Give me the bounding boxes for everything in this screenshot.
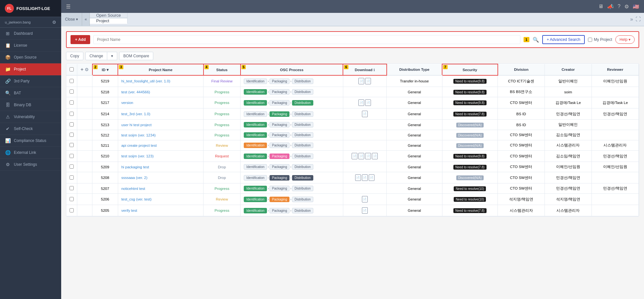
distribution-btn[interactable]: Distribution <box>292 122 313 127</box>
sidebar-item-compliance-status[interactable]: 📊Compliance Status <box>0 135 61 147</box>
search-input[interactable] <box>93 35 520 44</box>
download-icon[interactable]: 📄 <box>362 207 368 214</box>
identification-btn[interactable]: Identification <box>244 132 267 138</box>
notifications-icon[interactable]: 🖥 <box>598 4 603 9</box>
identification-btn[interactable]: Identification <box>244 100 267 106</box>
identification-btn[interactable]: Identification <box>244 89 267 95</box>
distribution-btn[interactable]: Distribution <box>292 186 313 191</box>
change-button[interactable]: Change <box>85 52 107 60</box>
row-select-checkbox[interactable] <box>70 100 74 105</box>
packaging-btn[interactable]: Packaging <box>270 197 290 202</box>
project-name-link[interactable]: test_csg (ver. test) <box>121 197 152 201</box>
sidebar-item-dashboard[interactable]: ⊞Dashboard <box>0 28 61 40</box>
user-settings-icon[interactable]: ⚙ <box>52 20 56 25</box>
distribution-btn[interactable]: Distribution <box>292 208 313 213</box>
download-icon[interactable]: 📄 <box>352 153 357 159</box>
close-tab-btn[interactable]: Close ▾ <box>61 13 82 26</box>
help-button[interactable]: Help ▾ <box>615 35 635 44</box>
fullscreen-icon[interactable]: ⛶ <box>636 16 641 22</box>
identification-btn[interactable]: Identification <box>244 164 267 170</box>
row-select-checkbox[interactable] <box>70 164 74 169</box>
announcements-icon[interactable]: 📣 <box>607 4 614 10</box>
download-icon[interactable]: 📄 <box>362 196 368 202</box>
download-icon[interactable]: 📄 <box>355 174 361 181</box>
project-name-link[interactable]: ssssaaa (ver. 2) <box>121 176 147 180</box>
project-name-link[interactable]: verify test <box>121 209 137 212</box>
packaging-btn[interactable]: Packaging <box>270 122 290 127</box>
project-name-link[interactable]: noticehtml test <box>121 187 145 191</box>
distribution-btn[interactable]: Distribution <box>292 79 313 84</box>
sidebar-item-open-source[interactable]: 📦Open Source <box>0 51 61 63</box>
packaging-btn[interactable]: Packaging <box>270 186 290 191</box>
distribution-btn[interactable]: Distribution <box>292 89 313 95</box>
sidebar-item-self-check[interactable]: ✔Self-Check <box>0 123 61 135</box>
identification-btn[interactable]: Identification <box>244 79 267 84</box>
copy-button[interactable]: Copy <box>66 52 83 60</box>
expand-icon[interactable]: » <box>630 16 633 22</box>
download-icon[interactable]: 📄 <box>362 174 368 181</box>
identification-btn[interactable]: Identification <box>244 186 267 191</box>
download-icon[interactable]: 📄 <box>365 99 371 106</box>
download-icon[interactable]: 📄 <box>358 78 364 84</box>
project-name-link[interactable]: api create project test <box>121 144 157 147</box>
sidebar-item-binary-db[interactable]: 🗄Binary DB <box>0 99 61 111</box>
sidebar-item-3rd-party[interactable]: 🔗3rd Party <box>0 75 61 87</box>
row-select-checkbox[interactable] <box>70 175 74 180</box>
packaging-btn[interactable]: Packaging <box>270 175 290 181</box>
identification-btn[interactable]: Identification <box>244 154 267 159</box>
sidebar-item-external-link[interactable]: 🌐External Link <box>0 147 61 159</box>
select-all-checkbox[interactable] <box>70 67 74 71</box>
distribution-btn[interactable]: Distribution <box>292 175 313 181</box>
add-button[interactable]: + Add <box>71 35 90 44</box>
download-icon[interactable]: 📄 <box>362 111 368 117</box>
identification-btn[interactable]: Identification <box>244 111 267 117</box>
flag-icon[interactable]: 🇺🇸 <box>633 4 639 10</box>
hamburger-icon[interactable]: ☰ <box>66 4 71 10</box>
project-name-link[interactable]: version <box>121 101 133 105</box>
identification-btn[interactable]: Identification <box>244 143 267 148</box>
packaging-btn[interactable]: Packaging <box>270 100 290 106</box>
project-name-link[interactable]: test (ver. 444566) <box>121 90 150 94</box>
project-name-link[interactable]: hi_test_fosslight_util (ver. 1.0) <box>121 79 170 83</box>
project-name-link[interactable]: test soijm (ver. 123) <box>121 154 154 158</box>
sidebar-item-license[interactable]: 📋License <box>0 40 61 51</box>
distribution-btn[interactable]: Distribution <box>292 154 313 159</box>
packaging-btn[interactable]: Packaging <box>270 111 290 117</box>
row-select-checkbox[interactable] <box>70 89 74 94</box>
row-select-checkbox[interactable] <box>70 112 74 116</box>
search-submit-button[interactable]: 🔍 <box>533 37 539 43</box>
row-select-checkbox[interactable] <box>70 133 74 137</box>
row-select-checkbox[interactable] <box>70 122 74 126</box>
row-select-checkbox[interactable] <box>70 154 74 158</box>
row-select-checkbox[interactable] <box>70 79 74 83</box>
identification-btn[interactable]: Identification <box>244 208 267 213</box>
download-icon[interactable]: 📄 <box>365 153 371 159</box>
tab-project[interactable]: Project <box>90 18 128 24</box>
sidebar-item-vulnerability[interactable]: ⚠Vulnerability <box>0 111 61 123</box>
change-dropdown-button[interactable]: ▾ <box>107 52 117 60</box>
project-name-link[interactable]: test_3rd (ver. 1.0) <box>121 112 150 116</box>
packaging-btn[interactable]: Packaging <box>270 132 290 138</box>
sidebar-item-project[interactable]: 📁Project <box>0 63 61 75</box>
advanced-search-button[interactable]: + Advanced Search <box>542 35 585 44</box>
tab-scroll-left[interactable]: « <box>82 13 90 26</box>
project-name-link[interactable]: user hi test project <box>121 123 152 127</box>
download-icon[interactable]: 📄 <box>372 153 378 159</box>
identification-btn[interactable]: Identification <box>244 197 267 202</box>
download-icon[interactable]: 📄 <box>358 153 364 159</box>
packaging-btn[interactable]: Packaging <box>270 89 290 95</box>
add-row-button[interactable]: + <box>80 67 83 72</box>
my-project-checkbox-label[interactable]: My Project <box>588 37 612 42</box>
packaging-btn[interactable]: Packaging <box>270 208 290 213</box>
column-settings-button[interactable]: ⚙ <box>85 67 89 72</box>
identification-btn[interactable]: Identification <box>244 175 267 181</box>
distribution-btn[interactable]: Distribution <box>292 143 313 148</box>
distribution-btn[interactable]: Distribution <box>292 164 313 170</box>
sidebar-item-bat[interactable]: 🔍BAT <box>0 87 61 99</box>
packaging-btn[interactable]: Packaging <box>270 164 290 170</box>
row-select-checkbox[interactable] <box>70 143 74 147</box>
help-icon[interactable]: ? <box>618 4 620 9</box>
download-icon[interactable]: 📄 <box>358 99 364 106</box>
row-select-checkbox[interactable] <box>70 197 74 201</box>
distribution-btn[interactable]: Distribution <box>292 100 313 106</box>
